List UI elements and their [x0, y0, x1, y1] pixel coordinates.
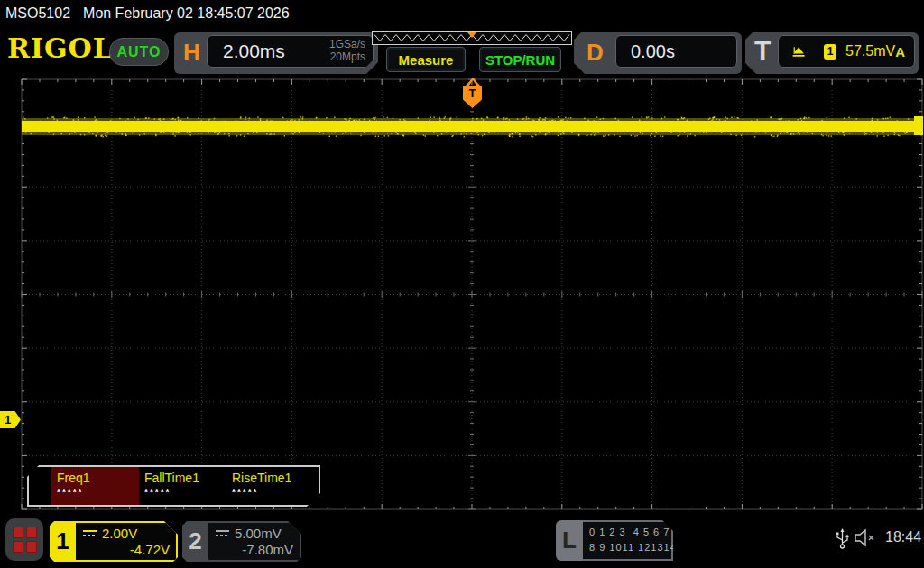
channel1-scale: 2.00V [102, 526, 137, 541]
stop-run-button[interactable]: STOP/RUN [479, 47, 561, 72]
trigger-position-icon [467, 32, 476, 38]
trigger-level-value: 57.5mV [845, 43, 895, 60]
dc-coupling-icon [82, 528, 97, 538]
trigger-slope-icon [791, 43, 806, 60]
grid-cell [26, 541, 37, 553]
delay-label: D [587, 39, 604, 67]
channel2-offset: -7.80mV [215, 542, 293, 557]
channel1-trace [22, 116, 923, 137]
measurement-label: Freq1 [57, 471, 134, 485]
channel2-status-block[interactable]: 2 5.00mV -7.80mV [182, 521, 301, 562]
measurement-value: ***** [144, 488, 221, 498]
measurement-item-freq1[interactable]: Freq1 ***** [51, 467, 139, 505]
delay-readout: 0.00s [615, 35, 737, 68]
channel2-number: 2 [182, 521, 208, 562]
horizontal-readout: 2.00ms 1GSa/s 20Mpts [207, 35, 374, 68]
channel-status-bar: 1 2.00V -4.72V 2 5.00mV -7.80mV [0, 514, 924, 568]
graticule [0, 74, 924, 514]
window-grid-icon [13, 527, 37, 553]
measurement-label: RiseTime1 [232, 471, 309, 485]
header-bar: RIGOL AUTO H 2.00ms 1GSa/s 20Mpts Measur… [0, 27, 924, 74]
measure-button[interactable]: Measure [386, 47, 466, 72]
measurement-value: ***** [57, 488, 134, 498]
timebase-value: 2.00ms [208, 41, 285, 62]
channel2-scale: 5.00mV [235, 526, 282, 541]
sample-rate: 1GSa/s [329, 38, 365, 50]
grid-cell [13, 527, 23, 538]
trigger-readout: 1 57.5mV A [778, 35, 915, 68]
dc-coupling-icon [215, 528, 230, 538]
delay-panel[interactable]: D 0.00s [574, 32, 742, 74]
rigol-logo: RIGOL [7, 32, 113, 64]
horizontal-panel[interactable]: H 2.00ms 1GSa/s 20Mpts [174, 32, 378, 74]
usb-icon [835, 527, 850, 550]
logic-row2: 8 9 1011 12131415 [589, 542, 689, 553]
trigger-source-chip: 1 [824, 44, 836, 60]
measurement-item-falltime1[interactable]: FallTime1 ***** [139, 467, 226, 505]
trigger-status-badge: AUTO [109, 38, 169, 66]
trigger-panel[interactable]: T 1 57.5mV A [745, 32, 919, 74]
measurement-results-box: Freq1 ***** FallTime1 ***** RiseTime1 **… [27, 465, 320, 507]
horizontal-label: H [183, 39, 200, 67]
logic-label: L [556, 520, 583, 561]
trigger-label: T [754, 35, 771, 66]
grid-cell [13, 541, 23, 553]
logic-analyzer-block[interactable]: L 0 1 2 3 4 5 6 78 9 1011 12131415 [556, 520, 673, 561]
channel1-number: 1 [50, 521, 76, 562]
grid-cell [26, 527, 37, 538]
sound-muted-icon[interactable] [854, 528, 879, 547]
memory-depth: 20Mpts [330, 50, 365, 63]
channel1-offset: -4.72V [82, 542, 170, 557]
trigger-sweep-mode: A [895, 44, 905, 60]
waveform-overview-strip[interactable] [372, 31, 572, 45]
window-layout-button[interactable] [5, 518, 43, 561]
datetime-label: Mon February 02 18:45:07 2026 [83, 5, 290, 22]
measurement-item-risetime1[interactable]: RiseTime1 ***** [226, 467, 314, 505]
channel2-readout: 5.00mV -7.80mV [208, 523, 300, 560]
channel1-status-block[interactable]: 1 2.00V -4.72V [50, 521, 178, 562]
logic-channels-readout: 0 1 2 3 4 5 6 78 9 1011 12131415 [583, 520, 673, 561]
acquisition-info: 1GSa/s 20Mpts [329, 39, 373, 64]
model-label: MSO5102 [5, 5, 70, 22]
status-bar: MSO5102 Mon February 02 18:45:07 2026 [0, 0, 924, 27]
measurement-label: FallTime1 [144, 471, 221, 485]
channel1-readout: 2.00V -4.72V [76, 523, 176, 560]
measurement-value: ***** [232, 488, 309, 498]
logic-row1: 0 1 2 3 4 5 6 7 [589, 527, 670, 537]
waveform-display-area: T 1 Freq1 ***** FallTime1 ***** RiseTime… [0, 74, 924, 514]
clock-display: 18:44 [885, 529, 921, 545]
delay-value: 0.00s [616, 41, 675, 62]
